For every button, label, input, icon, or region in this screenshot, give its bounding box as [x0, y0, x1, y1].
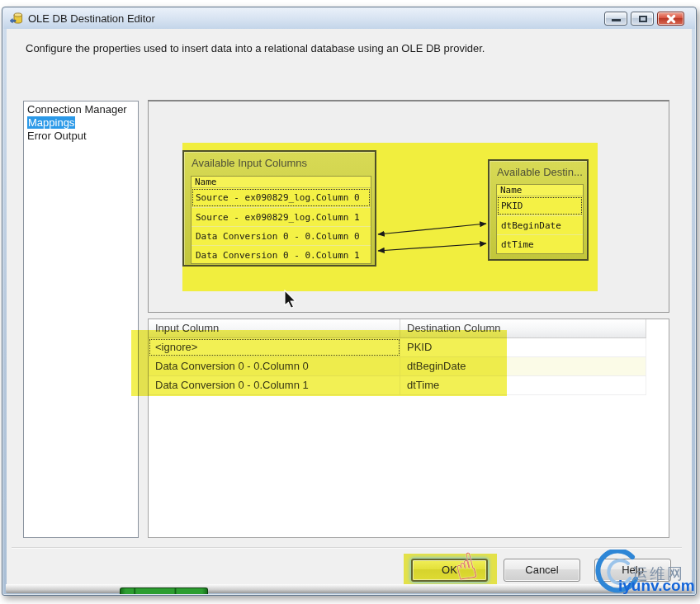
input-column-cell[interactable]: Data Conversion 0 - 0.Column 1: [149, 376, 400, 394]
footer-divider: [12, 547, 682, 548]
input-column-cell[interactable]: <ignore>: [149, 338, 400, 356]
minimize-button[interactable]: [604, 12, 627, 26]
available-input-columns-title: Available Input Columns: [192, 157, 307, 169]
ole-db-destination-icon: [9, 12, 23, 26]
available-input-columns-box[interactable]: Available Input Columns Name Source - ex…: [182, 150, 376, 267]
maximize-button[interactable]: [631, 12, 654, 26]
mapping-table-row: Data Conversion 0 - 0.Column 1 dtTime: [149, 376, 646, 395]
input-columns-name-header: Name: [192, 177, 371, 188]
input-column-header[interactable]: Input Column: [149, 319, 400, 338]
destination-columns-name-header: Name: [497, 185, 583, 196]
dialog-content: Configure the properties used to insert …: [7, 29, 692, 586]
background-green-element: [120, 587, 208, 594]
input-column-row[interactable]: Source - ex090829_log.Column 0: [192, 188, 371, 207]
input-columns-list: Name Source - ex090829_log.Column 0 Sour…: [191, 176, 371, 264]
title-bar[interactable]: OLE DB Destination Editor: [3, 8, 695, 29]
nav-item-connection-manager[interactable]: Connection Manager: [24, 103, 138, 116]
nav-item-label: Connection Manager: [27, 103, 127, 116]
cancel-button[interactable]: Cancel: [504, 559, 580, 582]
nav-item-label: Error Output: [27, 130, 87, 142]
nav-item-error-output[interactable]: Error Output: [24, 130, 138, 143]
destination-columns-list: Name PKID dtBeginDate dtTime: [496, 184, 584, 254]
window-controls: [604, 12, 684, 26]
destination-column-row[interactable]: PKID: [497, 196, 583, 215]
available-destination-columns-title: Available Destin...: [497, 166, 583, 178]
dialog-window: OLE DB Destination Editor Configure the …: [2, 7, 697, 596]
mapping-table-panel: Input Column Destination Column <ignore>…: [148, 319, 669, 538]
available-destination-columns-box[interactable]: Available Destin... Name PKID dtBeginDat…: [488, 159, 589, 261]
mapping-table-row: <ignore> PKID: [149, 338, 646, 357]
window-title: OLE DB Destination Editor: [28, 12, 155, 25]
help-button[interactable]: Help: [594, 559, 671, 582]
close-button[interactable]: [657, 12, 684, 26]
maximize-icon: [639, 16, 647, 22]
input-column-row[interactable]: Data Conversion 0 - 0.Column 0: [192, 226, 371, 245]
close-icon: [666, 14, 675, 23]
pages-list: Connection Manager Mappings Error Output: [23, 101, 139, 538]
input-column-cell[interactable]: Data Conversion 0 - 0.Column 0: [149, 357, 400, 375]
mapping-table-header-row: Input Column Destination Column: [149, 319, 646, 338]
mapping-table-row: Data Conversion 0 - 0.Column 0 dtBeginDa…: [149, 357, 646, 376]
input-column-row[interactable]: Source - ex090829_log.Column 1: [192, 207, 371, 226]
destination-column-cell[interactable]: dtBeginDate: [400, 357, 646, 375]
destination-column-cell[interactable]: dtTime: [400, 376, 646, 394]
mapping-table: Input Column Destination Column <ignore>…: [149, 319, 646, 395]
screenshot-root: OLE DB Destination Editor Configure the …: [0, 0, 700, 604]
window-bottom-frame: [6, 584, 693, 593]
minimize-icon: [612, 19, 621, 21]
destination-column-row[interactable]: dtTime: [497, 234, 583, 253]
destination-column-row[interactable]: dtBeginDate: [497, 215, 583, 234]
destination-column-cell[interactable]: PKID: [400, 338, 646, 356]
dialog-description: Configure the properties used to insert …: [26, 42, 620, 54]
input-column-row[interactable]: Data Conversion 0 - 0.Column 1: [192, 245, 371, 264]
nav-item-mappings[interactable]: Mappings: [24, 116, 138, 130]
nav-item-label-selected: Mappings: [27, 116, 75, 129]
ok-button[interactable]: OK: [411, 559, 488, 582]
destination-column-header[interactable]: Destination Column: [400, 319, 646, 338]
